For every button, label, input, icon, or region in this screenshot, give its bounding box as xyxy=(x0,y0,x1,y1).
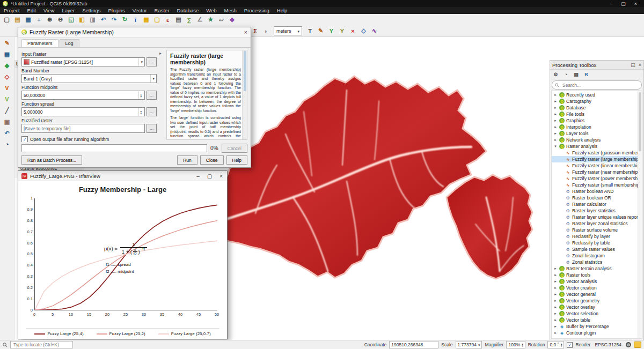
toolbox-tree-item[interactable]: Raster surface volume xyxy=(552,227,642,233)
scrollbar-thumb[interactable] xyxy=(244,51,246,91)
toolbox-tree-item[interactable]: ▸ Graphics xyxy=(552,117,642,124)
map-tips-icon[interactable]: ◗ xyxy=(261,26,271,36)
toolbox-models-icon[interactable]: ⚙ xyxy=(551,70,560,78)
menu-item[interactable]: Plugins xyxy=(104,8,128,13)
toolbox-tree-item[interactable]: Zonal histogram xyxy=(552,253,642,259)
toolbox-tree-item[interactable]: ▸ Raster terrain analysis xyxy=(552,265,642,272)
input-raster-combobox[interactable]: Fuzzified raster [EPSG:31254] xyxy=(21,57,145,66)
toolbox-tree-item[interactable]: Fuzzify raster (small membership) xyxy=(552,182,642,188)
locate-input[interactable] xyxy=(12,341,71,348)
toolbox-tree-item[interactable]: Raster layer zonal statistics xyxy=(552,220,642,227)
spin-down-icon[interactable] xyxy=(561,345,562,347)
chevron-down-icon[interactable] xyxy=(150,75,155,83)
spread-options-button[interactable] xyxy=(147,107,157,116)
refresh-map-icon[interactable]: ↻ xyxy=(120,15,130,25)
menu-item[interactable]: Layer xyxy=(58,8,78,13)
pan-map-icon[interactable]: + xyxy=(34,15,44,25)
magnifier-spinbox[interactable]: 100% xyxy=(506,341,525,348)
minimize-button[interactable]: – xyxy=(196,173,200,179)
menu-item[interactable]: Raster xyxy=(151,8,173,13)
minimize-button[interactable]: – xyxy=(610,1,612,6)
zoom-out-icon[interactable]: ⊖ xyxy=(55,15,65,25)
toggle-editing-icon[interactable]: ✎ xyxy=(2,38,12,48)
tree-expand-icon[interactable]: ▸ xyxy=(553,331,558,335)
tree-expand-icon[interactable]: ▸ xyxy=(553,305,558,309)
toolbox-history-icon[interactable]: ◔ xyxy=(561,70,570,78)
toolbox-tree-item[interactable]: ▸ Contour plugin xyxy=(552,330,642,336)
maximize-button[interactable]: ▢ xyxy=(621,1,626,6)
tree-expand-icon[interactable]: ▸ xyxy=(553,273,558,277)
toolbox-tree-item[interactable]: Sample raster values xyxy=(552,246,642,253)
undo-icon[interactable]: ↶ xyxy=(2,128,12,138)
toolbox-tree-item[interactable]: ▸ Layer tools xyxy=(552,130,642,137)
processing-history-icon[interactable]: ◔ xyxy=(2,139,12,149)
menu-item[interactable]: View xyxy=(40,8,58,13)
menu-item[interactable]: Web xyxy=(202,8,220,13)
select-by-expression-icon[interactable]: ε xyxy=(163,15,173,25)
delete-selected-icon[interactable]: × xyxy=(348,26,358,36)
toolbox-tree-item[interactable]: ▸ Buffer by Percentage xyxy=(552,323,642,330)
midpoint-options-button[interactable] xyxy=(147,91,157,100)
toolbox-tree-item[interactable]: Raster calculator xyxy=(552,201,642,207)
menu-item[interactable]: Settings xyxy=(78,8,104,13)
toolbox-tree-item[interactable]: ▸ Vector creation xyxy=(552,285,642,291)
tree-expand-icon[interactable]: ▸ xyxy=(553,99,558,103)
toolbox-search[interactable] xyxy=(552,80,642,90)
snapping-icon[interactable]: ◇ xyxy=(358,26,369,36)
zoom-full-icon[interactable]: ◱ xyxy=(66,15,76,25)
scale-combobox[interactable]: 1:773794 xyxy=(456,341,482,348)
style-manager-icon[interactable]: ◆ xyxy=(227,15,237,25)
spin-down-icon[interactable] xyxy=(140,95,142,98)
maximize-button[interactable]: ▢ xyxy=(207,173,212,179)
toolbox-tree-item[interactable]: Fuzzify raster (near membership) xyxy=(552,169,642,175)
tab-parameters[interactable]: Parameters xyxy=(21,39,58,47)
toolbox-tree-item[interactable]: Fuzzify raster (linear membership) xyxy=(552,162,642,169)
cancel-button[interactable]: Cancel xyxy=(222,144,247,153)
function-midpoint-spinbox[interactable]: 50,000000 xyxy=(21,91,145,100)
toolbox-r-scripts-icon[interactable]: R xyxy=(582,70,591,78)
split-features-icon[interactable]: ╱ xyxy=(2,106,12,115)
toolbox-tree-item[interactable]: ▸ Vector analysis xyxy=(552,278,642,285)
tree-expand-icon[interactable]: ▸ xyxy=(553,138,558,142)
crs-indicator[interactable]: EPSG:31254 xyxy=(593,341,623,348)
tracing-icon[interactable]: ∿ xyxy=(369,26,379,36)
tree-expand-icon[interactable]: ▸ xyxy=(553,318,558,322)
band-number-combobox[interactable]: Band 1 (Gray) xyxy=(21,74,157,83)
input-raster-browse-button[interactable] xyxy=(147,57,157,66)
messages-icon[interactable] xyxy=(634,341,641,348)
close-panel-icon[interactable]: × xyxy=(639,62,641,68)
toolbox-tree-item[interactable]: ▸ Raster tools xyxy=(552,272,642,278)
tree-expand-icon[interactable]: ▸ xyxy=(553,106,558,110)
toolbox-tree-item[interactable]: Zonal statistics xyxy=(552,259,642,265)
toolbox-tree-item[interactable]: ▸ Recently used xyxy=(552,92,642,98)
advanced-digitizing-icon[interactable]: V xyxy=(2,83,12,93)
tree-expand-icon[interactable]: ▸ xyxy=(553,125,558,129)
labeling-icon[interactable]: T xyxy=(305,26,315,36)
zoom-to-layer-icon[interactable]: ◨ xyxy=(87,15,98,25)
open-project-icon[interactable]: ▤ xyxy=(12,15,23,25)
toolbox-tree-item[interactable]: ▸ Database xyxy=(552,105,642,111)
toolbox-tree-item[interactable]: Raster boolean AND xyxy=(552,188,642,195)
tree-expand-icon[interactable]: ▸ xyxy=(553,279,558,284)
toolbox-results-icon[interactable]: ▤ xyxy=(572,70,581,78)
output-raster-field[interactable]: [Save to temporary file] xyxy=(21,124,145,133)
toolbox-tree-item[interactable]: ▸ Vector table xyxy=(552,317,642,323)
output-browse-button[interactable] xyxy=(147,124,157,133)
toolbox-tree-item[interactable]: ▸ Interpolation xyxy=(552,124,642,130)
field-calculator-icon[interactable]: ∑ xyxy=(184,15,194,25)
close-dialog-button[interactable]: Close xyxy=(200,155,224,165)
crs-globe-icon[interactable]: ◍ xyxy=(626,342,631,347)
zoom-to-selection-icon[interactable]: ◧ xyxy=(77,15,87,25)
measure-icon[interactable]: ∠ xyxy=(195,15,205,25)
menu-item[interactable]: Edit xyxy=(24,8,40,13)
run-button[interactable]: Run xyxy=(177,155,197,165)
save-project-icon[interactable]: ▦ xyxy=(23,15,33,25)
open-output-checkbox[interactable] xyxy=(21,136,28,142)
toolbox-tree-item[interactable]: ▸ Vector geometry xyxy=(552,298,642,304)
scrollbar-thumb[interactable] xyxy=(639,92,641,151)
toolbox-tree-item[interactable]: ▸ Vector general xyxy=(552,291,642,298)
toolbox-tree-item[interactable]: Reclassify by layer xyxy=(552,233,642,240)
locate-box[interactable] xyxy=(10,341,73,348)
chevron-down-icon[interactable] xyxy=(138,58,143,66)
help-button[interactable]: Help xyxy=(226,155,247,165)
